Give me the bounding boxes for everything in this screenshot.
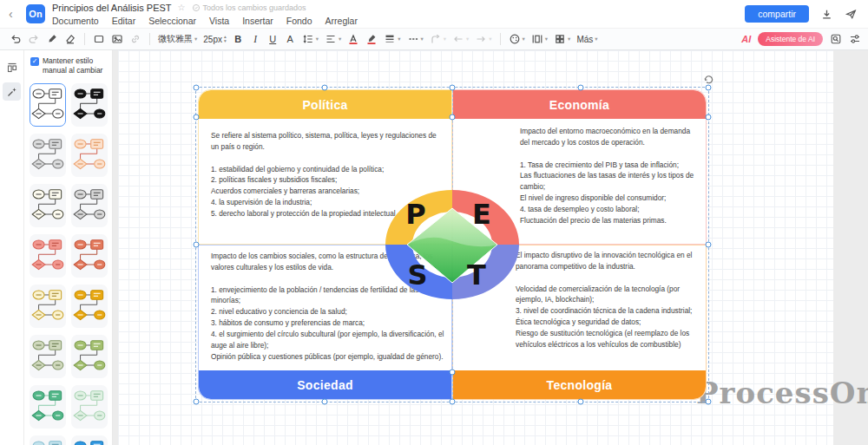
keep-style-checkbox[interactable]: ✓ (30, 57, 39, 66)
menu-seleccionar[interactable]: Seleccionar (148, 16, 196, 26)
insert-image-button[interactable] (108, 30, 126, 48)
selection-handle[interactable] (450, 369, 456, 375)
style-thumbnail-yellow-light[interactable] (30, 285, 66, 328)
bold-button[interactable]: B (230, 30, 247, 48)
back-icon[interactable]: ‹ (9, 7, 21, 21)
style-thumbnail-salmon-light[interactable] (30, 234, 66, 278)
quadrant-tecnologia-title: Tecnología (453, 370, 706, 399)
text-align-button[interactable]: ▾ (322, 30, 344, 48)
favorite-star-icon[interactable]: ☆ (178, 3, 186, 12)
format-painter-button[interactable] (43, 30, 61, 48)
font-size-select[interactable]: 25px▴▾ (201, 30, 228, 48)
panels-layout-icon[interactable] (3, 58, 21, 76)
letter-p: P (405, 198, 425, 231)
selection-handle[interactable] (450, 399, 456, 405)
arrow-start-button[interactable]: ▾ (450, 30, 471, 48)
style-thumbnail-sketch-peach[interactable] (71, 134, 108, 177)
menu-documento[interactable]: Documento (52, 16, 99, 26)
menu-vista[interactable]: Vista (209, 16, 229, 26)
arrow-end-button[interactable]: ▾ (472, 30, 494, 48)
insert-link-button[interactable] (127, 30, 144, 48)
font-family-select[interactable]: 微软雅黑▾ (155, 30, 200, 48)
toolbar-divider (149, 33, 150, 45)
underline-button[interactable]: U (265, 30, 281, 48)
share-button[interactable]: compartir (745, 5, 809, 23)
top-bar: ‹ On Principios del Análisis PEST ☆ Todo… (0, 0, 868, 28)
toolbar-divider (500, 33, 501, 45)
style-thumbnail-teal-filled[interactable] (30, 385, 66, 429)
selection-handle[interactable] (450, 115, 456, 121)
selection-handle[interactable] (194, 242, 200, 248)
keep-style-label: Mantener estilo manual al cambiar (43, 56, 108, 75)
selection-handle[interactable] (706, 115, 712, 121)
style-thumbnail-green-bold[interactable] (71, 335, 108, 378)
ai-logo: AI (741, 34, 751, 44)
clear-format-button[interactable] (62, 30, 79, 48)
selection-handle[interactable] (194, 399, 200, 405)
selection-handle[interactable] (321, 399, 327, 405)
selection-handle[interactable] (450, 85, 456, 91)
letter-t: T (467, 258, 486, 291)
letter-e: E (472, 198, 491, 231)
selection-handle[interactable] (706, 242, 712, 248)
selection-handle[interactable] (577, 85, 583, 91)
send-icon[interactable] (845, 8, 858, 21)
style-thumbnail-blue-bold[interactable] (71, 435, 108, 445)
selection-handle[interactable] (194, 115, 200, 121)
style-thumbnail-sketch-gray[interactable] (30, 134, 66, 177)
quadrant-sociedad-title: Sociedad (199, 370, 451, 399)
format-toolbar: 微软雅黑▾25px▴▾BIUA▾▾▾▾▾▾▾▾▾▾Más▾ AI Asisten… (0, 28, 868, 50)
line-spacing-button[interactable]: ▾ (299, 30, 321, 48)
style-thumbnail-outline-cream[interactable] (30, 184, 66, 227)
style-thumbnail-list (24, 75, 112, 445)
toolbar-divider (84, 33, 85, 45)
font-style-button[interactable]: A (282, 30, 299, 48)
menu-editar[interactable]: Editar (112, 16, 135, 26)
arrange-button[interactable]: ▾ (529, 30, 550, 48)
font-color-button[interactable] (345, 30, 362, 48)
line-width-button[interactable]: ▾ (381, 30, 403, 48)
menu-insertar[interactable]: Insertar (242, 16, 273, 26)
download-icon[interactable] (820, 8, 833, 21)
check-circle-icon (192, 3, 201, 12)
left-icon-strip (0, 50, 24, 445)
style-thumbnail-gray-filled[interactable] (71, 184, 108, 227)
style-thumbnail-default-white[interactable] (30, 83, 66, 127)
selection-handle[interactable] (194, 85, 200, 91)
line-style-button[interactable]: ▾ (404, 30, 426, 48)
selection-handle[interactable] (706, 85, 712, 91)
style-panel-icon[interactable] (3, 82, 21, 101)
italic-button[interactable]: I (247, 30, 264, 48)
pest-center-ring[interactable]: P E S T (383, 187, 522, 303)
document-title[interactable]: Principios del Análisis PEST (52, 3, 172, 13)
ai-assistant-button[interactable]: Asistente de AI (758, 32, 823, 46)
style-thumbnail-green-gray[interactable] (30, 335, 66, 378)
theme-button[interactable]: ▾ (506, 30, 528, 48)
connector-style-button[interactable]: ▾ (427, 30, 449, 48)
letter-s: S (407, 258, 427, 291)
selection-handle[interactable] (706, 399, 712, 405)
search-in-document-icon[interactable] (830, 33, 842, 45)
pest-diagram[interactable]: Política Se refiere al sistema político,… (198, 89, 707, 400)
style-thumbnail-mint-light[interactable] (71, 385, 108, 429)
undo-button[interactable] (7, 30, 24, 48)
insert-shape-button[interactable] (90, 30, 108, 48)
selection-handle[interactable] (577, 399, 583, 405)
quadrant-economia-title: Economía (453, 90, 706, 119)
style-thumbnail-blue-light[interactable] (30, 435, 66, 445)
style-thumbnail-black[interactable] (71, 83, 108, 127)
menu-fondo[interactable]: Fondo (286, 16, 312, 26)
quadrant-politica-title: Política (199, 90, 451, 119)
redo-button[interactable] (25, 30, 43, 48)
style-thumbnail-yellow-bold[interactable] (71, 285, 108, 328)
selection-handle[interactable] (321, 85, 327, 91)
highlight-color-button[interactable] (363, 30, 380, 48)
settings-sliders-icon[interactable] (849, 33, 861, 45)
menu-bar: DocumentoEditarSeleccionarVistaInsertarF… (52, 14, 358, 27)
style-thumbnail-salmon-bold[interactable] (71, 234, 108, 278)
canvas-area[interactable]: ProcessOn Política Se refiere al sistema… (113, 50, 868, 445)
layout-button[interactable]: ▾ (551, 30, 573, 48)
menu-arreglar[interactable]: Arreglar (326, 16, 358, 26)
more-button[interactable]: Más▾ (574, 30, 600, 48)
app-logo[interactable]: On (26, 4, 45, 23)
